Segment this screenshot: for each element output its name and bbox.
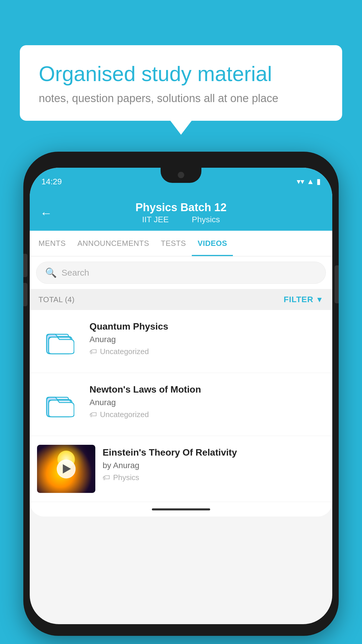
- subtitle-physics: Physics: [192, 215, 220, 224]
- tag-icon-2: 🏷: [89, 410, 97, 419]
- speech-bubble-card: Organised study material notes, question…: [20, 45, 342, 121]
- list-item[interactable]: Einstein's Theory Of Relativity by Anura…: [30, 436, 332, 502]
- tab-videos[interactable]: VIDEOS: [192, 231, 233, 256]
- status-bar: 14:29 ▾▾ ▲ ▮: [30, 168, 332, 195]
- search-icon: 🔍: [45, 267, 57, 278]
- search-bar[interactable]: 🔍 Search: [36, 262, 326, 284]
- list-item[interactable]: Quantum Physics Anurag 🏷 Uncategorized: [30, 310, 332, 373]
- video-tag-3: 🏷 Physics: [103, 473, 325, 482]
- video-info-2: Newton's Laws of Motion Anurag 🏷 Uncateg…: [89, 382, 325, 419]
- speech-bubble-title: Organised study material: [39, 61, 323, 86]
- tag-icon-1: 🏷: [89, 347, 97, 356]
- video-list: Quantum Physics Anurag 🏷 Uncategorized: [30, 310, 332, 502]
- filter-label: FILTER: [284, 295, 313, 304]
- filter-icon: ▼: [316, 295, 324, 304]
- status-time: 14:29: [41, 177, 62, 186]
- video-title-2: Newton's Laws of Motion: [89, 384, 325, 395]
- subtitle-iitjee: IIT JEE: [142, 215, 169, 224]
- power-button: [335, 265, 339, 303]
- play-button[interactable]: [57, 459, 76, 478]
- tab-announcements[interactable]: ANNOUNCEMENTS: [72, 231, 155, 256]
- video-title-1: Quantum Physics: [89, 321, 325, 332]
- phone-screen: 14:29 ▾▾ ▲ ▮ ← Physics Batch 12 IIT JEE …: [30, 168, 332, 624]
- video-author-1: Anurag: [89, 335, 325, 344]
- total-count: TOTAL (4): [38, 295, 75, 304]
- subtitle-separator: [178, 215, 183, 224]
- home-indicator: [152, 508, 210, 510]
- video-info-3: Einstein's Theory Of Relativity by Anura…: [103, 445, 325, 482]
- search-input[interactable]: Search: [61, 268, 89, 278]
- battery-icon: ▮: [317, 177, 321, 186]
- power-btn: [335, 265, 339, 303]
- back-button[interactable]: ←: [40, 206, 52, 220]
- home-bar: [30, 502, 332, 517]
- volume-buttons: [23, 254, 27, 312]
- video-author-2: Anurag: [89, 398, 325, 407]
- app-header: ← Physics Batch 12 IIT JEE Physics: [30, 195, 332, 231]
- wifi-icon: ▾▾: [297, 177, 304, 186]
- tab-ments[interactable]: MENTS: [33, 231, 72, 256]
- video-info-1: Quantum Physics Anurag 🏷 Uncategorized: [89, 319, 325, 356]
- folder-thumbnail-2: [37, 382, 82, 427]
- speech-bubble-subtitle: notes, question papers, solutions all at…: [39, 92, 323, 105]
- list-item[interactable]: Newton's Laws of Motion Anurag 🏷 Uncateg…: [30, 373, 332, 436]
- volume-up-button: [23, 254, 27, 277]
- signal-icon: ▲: [307, 177, 314, 186]
- front-camera: [178, 172, 184, 178]
- tab-tests[interactable]: TESTS: [155, 231, 192, 256]
- search-container: 🔍 Search: [30, 256, 332, 289]
- video-tag-1: 🏷 Uncategorized: [89, 347, 325, 356]
- folder-thumbnail-1: [37, 319, 82, 364]
- volume-down-button: [23, 283, 27, 306]
- tag-icon-3: 🏷: [103, 473, 110, 482]
- phone-frame: 14:29 ▾▾ ▲ ▮ ← Physics Batch 12 IIT JEE …: [23, 152, 339, 636]
- batch-title: Physics Batch 12: [41, 201, 321, 214]
- video-thumbnail-3: [37, 445, 95, 493]
- batch-subtitle: IIT JEE Physics: [41, 215, 321, 224]
- filter-bar: TOTAL (4) FILTER ▼: [30, 289, 332, 310]
- status-icons: ▾▾ ▲ ▮: [297, 177, 321, 186]
- video-author-3: by Anurag: [103, 461, 325, 470]
- video-title-3: Einstein's Theory Of Relativity: [103, 447, 325, 458]
- notch: [161, 168, 201, 183]
- play-icon: [63, 464, 71, 474]
- video-tag-2: 🏷 Uncategorized: [89, 410, 325, 419]
- filter-button[interactable]: FILTER ▼: [284, 295, 324, 304]
- tabs-bar: MENTS ANNOUNCEMENTS TESTS VIDEOS: [30, 231, 332, 256]
